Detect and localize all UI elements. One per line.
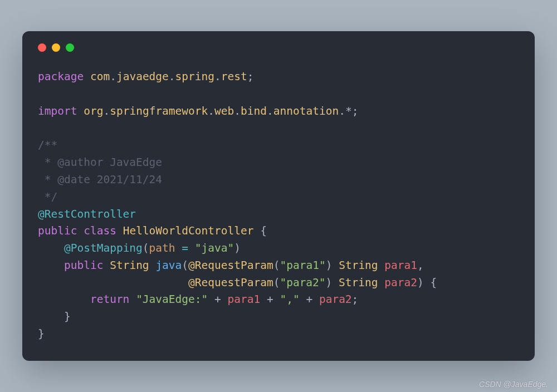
watermark: CSDN @JavaEdge. xyxy=(479,380,548,389)
code-window: package com.javaedge.spring.rest; import… xyxy=(22,31,535,361)
keyword-import: import xyxy=(38,105,77,117)
close-icon[interactable] xyxy=(38,43,46,52)
comment-line: */ xyxy=(38,190,57,203)
comment-line: * @author JavaEdge xyxy=(38,156,162,169)
comment-line: * @date 2021/11/24 xyxy=(38,173,162,186)
comment-line: /** xyxy=(38,139,57,151)
maximize-icon[interactable] xyxy=(66,43,74,52)
class-name: HelloWorldController xyxy=(123,224,254,237)
code-block: package com.javaedge.spring.rest; import… xyxy=(38,68,519,343)
minimize-icon[interactable] xyxy=(52,43,60,52)
method-name: java xyxy=(155,259,182,272)
annotation: @RestController xyxy=(38,208,136,220)
window-titlebar xyxy=(38,43,519,52)
keyword-package: package xyxy=(38,70,84,83)
